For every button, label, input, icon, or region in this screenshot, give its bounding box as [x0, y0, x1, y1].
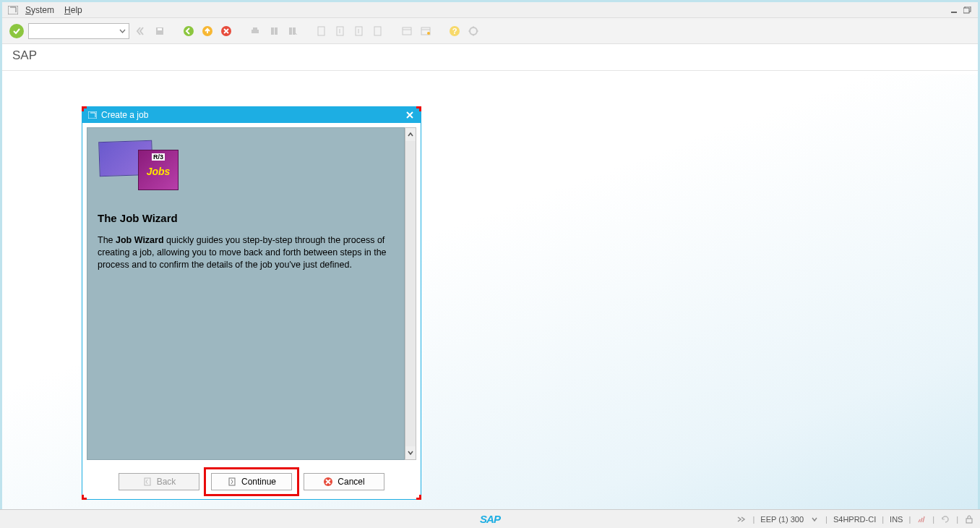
nav-back-icon[interactable] — [181, 24, 196, 38]
restore-button[interactable] — [962, 5, 973, 15]
find-next-icon[interactable] — [285, 24, 300, 38]
svg-rect-19 — [403, 27, 411, 35]
svg-rect-28 — [145, 478, 150, 485]
page-back-icon — [142, 477, 152, 487]
dialog-footer: Back Continue Cancel — [87, 469, 416, 495]
jobs-label: Jobs — [139, 166, 178, 177]
new-session-icon[interactable] — [400, 24, 414, 38]
continue-button[interactable]: Continue — [211, 473, 292, 490]
dialog-title: Create a job — [101, 110, 148, 120]
statusbar: SAP | EEP (1) 300 | S4HPRD-CI | INS | | … — [0, 509, 980, 528]
app-menu-icon[interactable] — [7, 4, 20, 17]
svg-rect-18 — [374, 27, 381, 35]
wizard-heading: The Job Wizard — [98, 212, 394, 224]
help-icon[interactable]: ? — [447, 24, 462, 38]
nav-exit-icon[interactable] — [200, 24, 215, 38]
continue-label: Continue — [241, 477, 276, 487]
svg-rect-14 — [293, 27, 296, 35]
svg-rect-31 — [966, 519, 972, 523]
last-page-icon[interactable] — [371, 24, 385, 38]
svg-rect-3 — [963, 8, 969, 13]
svg-point-26 — [470, 27, 477, 35]
svg-rect-15 — [318, 27, 324, 35]
dialog-close-button[interactable] — [403, 108, 416, 122]
back-label: Back — [157, 477, 176, 487]
svg-rect-5 — [158, 28, 162, 30]
next-page-icon[interactable] — [352, 24, 366, 38]
jobs-logo-graphic: R/3 Jobs — [98, 140, 177, 197]
print-icon[interactable] — [248, 24, 262, 38]
status-system: EEP (1) 300 — [760, 515, 804, 524]
wizard-panel: R/3 Jobs The Job Wizard The Job Wizard q… — [87, 127, 405, 460]
chevron-down-icon[interactable] — [809, 514, 820, 524]
command-field[interactable] — [28, 23, 129, 39]
status-signal-icon[interactable] — [916, 514, 927, 524]
status-mode: INS — [890, 515, 903, 524]
toolbar: ? — [2, 18, 978, 44]
dialog-body: R/3 Jobs The Job Wizard The Job Wizard q… — [82, 123, 421, 464]
menubar: System Help — [2, 2, 978, 18]
r3-badge: R/3 — [152, 153, 165, 161]
svg-text:?: ? — [452, 27, 457, 35]
svg-rect-29 — [229, 478, 235, 485]
status-server: S4HPRD-CI — [833, 515, 876, 524]
content-area: Create a job R/3 Jobs The Job Wizard — [2, 74, 978, 509]
back-button[interactable]: Back — [119, 473, 199, 490]
cancel-button[interactable]: Cancel — [304, 473, 384, 490]
cancel-label: Cancel — [338, 477, 364, 487]
cancel-icon — [323, 477, 333, 487]
status-lock-icon[interactable] — [964, 514, 974, 524]
find-icon[interactable] — [267, 24, 281, 38]
svg-rect-12 — [275, 27, 278, 35]
scroll-down-icon[interactable] — [405, 446, 416, 459]
prev-page-icon[interactable] — [333, 24, 348, 38]
svg-rect-11 — [271, 27, 274, 35]
minimize-button[interactable] — [948, 5, 960, 15]
nav-cancel-icon[interactable] — [219, 24, 233, 38]
dropdown-icon — [119, 27, 126, 34]
svg-point-6 — [184, 26, 194, 36]
svg-rect-10 — [253, 27, 257, 30]
svg-rect-13 — [289, 27, 292, 35]
create-job-dialog: Create a job R/3 Jobs The Job Wizard — [82, 106, 421, 500]
sap-logo: SAP — [480, 513, 500, 525]
dialog-titlebar: Create a job — [82, 107, 421, 123]
svg-rect-9 — [252, 30, 259, 33]
customize-icon[interactable] — [466, 24, 481, 38]
status-expand-icon[interactable] — [736, 514, 747, 524]
menu-system[interactable]: System — [25, 5, 54, 15]
page-title: SAP — [2, 44, 978, 71]
wizard-description: The Job Wizard quickly guides you step-b… — [98, 234, 394, 271]
main-window: System Help ? SAP — [0, 0, 980, 509]
scroll-up-icon[interactable] — [405, 128, 416, 141]
dialog-scrollbar[interactable] — [405, 127, 416, 460]
menu-system-label: ystem — [31, 5, 54, 15]
toolbar-back-icon[interactable] — [134, 24, 148, 38]
status-refresh-icon[interactable] — [940, 514, 950, 524]
dialog-title-icon — [87, 109, 98, 121]
menu-help-label: elp — [71, 5, 82, 15]
save-icon[interactable] — [152, 24, 167, 38]
create-shortcut-icon[interactable] — [418, 24, 433, 38]
svg-point-23 — [427, 32, 430, 35]
menu-help[interactable]: Help — [64, 5, 82, 15]
enter-button[interactable] — [9, 24, 24, 38]
page-forward-icon — [227, 477, 237, 487]
first-page-icon[interactable] — [314, 24, 329, 38]
